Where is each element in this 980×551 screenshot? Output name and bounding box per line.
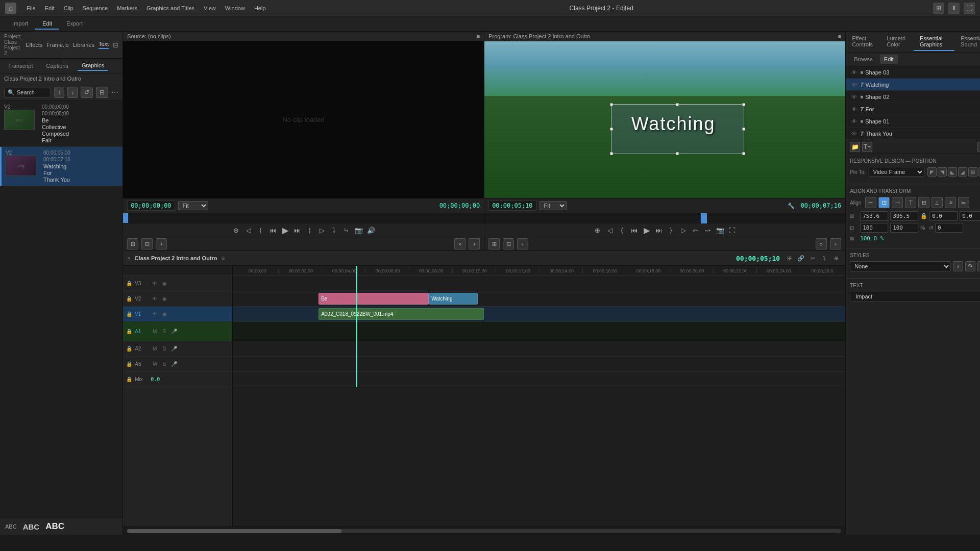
align-right-btn[interactable]: ⊣	[892, 197, 903, 208]
v1-lock-btn[interactable]: 🔒	[125, 310, 133, 318]
menu-edit[interactable]: Edit	[41, 4, 59, 12]
styles-apply-btn[interactable]: ↷	[965, 261, 975, 271]
handle-tl[interactable]	[610, 103, 613, 106]
tab-captions[interactable]: Captions	[42, 61, 72, 70]
prog-set-out-btn[interactable]: ⟩	[666, 225, 676, 235]
source-scrubber[interactable]	[123, 213, 484, 223]
a1-mic-btn[interactable]: 🎤	[170, 328, 178, 336]
rotation-y-input[interactable]	[960, 211, 980, 221]
tab-lumetri-color[interactable]: Lumetri Color	[880, 33, 914, 51]
prog-set-in-btn[interactable]: ⟨	[617, 225, 627, 235]
refresh-button[interactable]: ↺	[81, 87, 93, 98]
corner-expand-btn[interactable]: ⊞	[968, 167, 977, 177]
a3-solo-btn[interactable]: S	[160, 360, 168, 368]
prog-extract-btn[interactable]: ⤻	[703, 225, 713, 235]
a1-lock-btn[interactable]: 🔒	[125, 328, 133, 336]
clip-be[interactable]: Be	[318, 293, 429, 305]
menu-markers[interactable]: Markers	[113, 4, 141, 12]
position-y-input[interactable]	[890, 211, 918, 221]
program-scrubber[interactable]	[484, 213, 845, 223]
distribute-v-btn[interactable]: ⫢	[958, 197, 969, 208]
home-button[interactable]: ⌂	[5, 3, 16, 14]
a2-mic-btn[interactable]: 🎤	[170, 345, 178, 353]
align-left-btn[interactable]: ⊢	[865, 197, 876, 208]
search-input[interactable]	[17, 89, 47, 95]
program-wrench-icon[interactable]: 🔧	[788, 203, 795, 209]
timeline-tracks[interactable]: 00;00;00 00;00;02;00 00;00;04;00 00;00;0…	[233, 266, 845, 527]
delete-layer-btn[interactable]: 🗑	[977, 142, 980, 152]
a1-eye-btn[interactable]: M	[151, 328, 159, 336]
source-insert-btn[interactable]: ⤵	[329, 225, 339, 235]
menu-clip[interactable]: Clip	[60, 4, 78, 12]
v3-eye-btn[interactable]: 👁	[151, 280, 159, 288]
a3-lock-btn[interactable]: 🔒	[125, 360, 133, 368]
new-text-btn[interactable]: T+	[862, 142, 872, 152]
font-select[interactable]: Impact Arial Helvetica Myriad Pro	[850, 291, 980, 302]
timeline-menu-icon[interactable]: ≡	[222, 255, 225, 262]
new-folder-btn[interactable]: 📁	[850, 142, 860, 152]
menu-file[interactable]: File	[22, 4, 40, 12]
prog-compare-btn[interactable]: ⊞	[488, 238, 500, 249]
tab-edit[interactable]: Edit	[35, 18, 59, 30]
v2-eye-btn[interactable]: 👁	[151, 295, 159, 303]
v1-sync-btn[interactable]: ◉	[160, 310, 168, 318]
toggle-panels-icon[interactable]: ⊞	[933, 3, 944, 14]
prog-fullscreen-btn[interactable]: ⛶	[727, 225, 738, 235]
layer-eye-shape03[interactable]: 👁	[850, 69, 858, 76]
v3-lock-btn[interactable]: 🔒	[125, 280, 133, 288]
layer-eye-shape01[interactable]: 👁	[850, 118, 858, 124]
source-play-btn[interactable]: ▶	[280, 225, 290, 235]
tab-essential-graphics[interactable]: Essential Graphics	[914, 33, 954, 51]
zoom-handle[interactable]	[127, 529, 341, 533]
overflow-menu-button[interactable]: ⋯	[111, 88, 118, 96]
align-bottom-btn[interactable]: ⊥	[932, 197, 943, 208]
prog-add-btn2[interactable]: +	[517, 238, 528, 249]
menu-view[interactable]: View	[200, 4, 220, 12]
prog-lift-btn[interactable]: ⤺	[691, 225, 701, 235]
distribute-h-btn[interactable]: ⫡	[945, 197, 956, 208]
a2-lock-btn[interactable]: 🔒	[125, 345, 133, 353]
frameio-tab[interactable]: Frame.io	[46, 42, 68, 48]
styles-delete-btn[interactable]: 🗑	[977, 261, 980, 271]
v3-sync-btn[interactable]: ◉	[160, 280, 168, 288]
prog-play-btn[interactable]: ▶	[642, 225, 652, 235]
graphics-item-0[interactable]: V2 img 00;00;00;00 00;00;05;00 Be Collec…	[0, 101, 122, 147]
effects-tab[interactable]: Effects	[26, 42, 42, 48]
source-settings-btn2[interactable]: ⊟	[141, 238, 153, 249]
tab-effect-controls[interactable]: Effect Controls	[846, 33, 880, 51]
source-add-btn[interactable]: +	[469, 238, 480, 249]
libraries-tab[interactable]: Libraries	[73, 42, 94, 48]
clip-video-main[interactable]: A002_C018_0922BW_001.mp4	[318, 308, 484, 320]
corner-tl-btn[interactable]: ◤	[927, 167, 937, 177]
v2-lock-btn[interactable]: 🔒	[125, 295, 133, 303]
align-center-v-btn[interactable]: ⊟	[918, 197, 929, 208]
prog-layout-btn[interactable]: ⊟	[503, 238, 514, 249]
source-zoom-select[interactable]: Fit 25% 50% 100%	[178, 201, 208, 210]
source-set-in-btn[interactable]: ⟨	[256, 225, 266, 235]
menu-help[interactable]: Help	[250, 4, 270, 12]
clip-watching[interactable]: Watching	[429, 293, 478, 305]
sort-desc-button[interactable]: ↓	[67, 87, 78, 98]
prog-step-fwd-btn[interactable]: ⏭	[654, 225, 664, 235]
zoom-track[interactable]	[127, 529, 841, 533]
a2-solo-btn[interactable]: S	[160, 345, 168, 353]
align-center-h-btn[interactable]: ⊡	[878, 197, 890, 208]
settings-tab[interactable]: ⊟	[113, 41, 118, 49]
handle-ml[interactable]	[610, 128, 613, 131]
prog-camera-btn[interactable]: 📷	[715, 225, 725, 235]
source-step-back-btn[interactable]: ⏮	[268, 225, 278, 235]
layer-for[interactable]: 👁 T For	[846, 103, 980, 115]
position-x-input[interactable]	[860, 211, 888, 221]
corner-br-btn[interactable]: ◢	[958, 167, 967, 177]
handle-tr[interactable]	[742, 103, 745, 106]
program-menu-icon[interactable]: ≡	[838, 33, 841, 39]
menu-graphics-titles[interactable]: Graphics and Titles	[142, 4, 199, 12]
v1-eye-btn[interactable]: 👁	[151, 310, 159, 318]
layer-shape01[interactable]: 👁 ■ Shape 01	[846, 115, 980, 128]
handle-br[interactable]	[742, 152, 745, 155]
source-overflow-btn[interactable]: »	[454, 238, 465, 249]
program-zoom-select[interactable]: Fit 25% 50%	[540, 201, 567, 210]
text-tab[interactable]: Text	[99, 41, 109, 49]
handle-mr[interactable]	[742, 128, 745, 131]
tab-transcript[interactable]: Transcript	[4, 61, 37, 70]
